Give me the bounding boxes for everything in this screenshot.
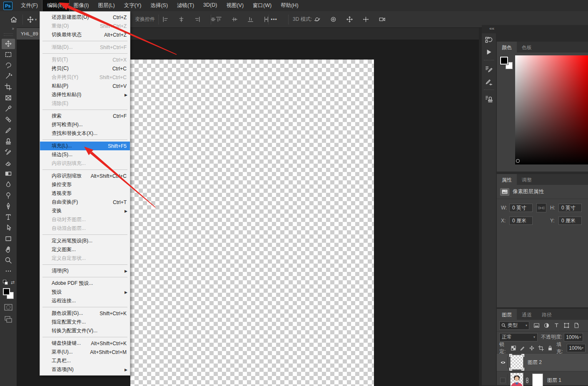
edit-menu-item[interactable]: 透视变形	[40, 189, 130, 198]
edit-menu-item[interactable]: 指定配置文件...	[40, 318, 130, 326]
actions-panel-button[interactable]	[482, 46, 496, 58]
edit-menu-item[interactable]: 描边(S)...	[40, 150, 130, 159]
menubar-item-l[interactable]: 图层(L)	[93, 0, 119, 11]
align-bottom-button[interactable]	[245, 15, 256, 25]
color-gradient-field[interactable]	[515, 55, 588, 164]
lock-move-button[interactable]	[529, 345, 535, 351]
align-top-button[interactable]	[213, 15, 224, 25]
3d-pan-button[interactable]	[344, 15, 355, 25]
quick-selection-tool-button[interactable]	[2, 71, 15, 82]
brush-settings-panel-button[interactable]	[482, 63, 496, 75]
screen-mode-icon[interactable]	[4, 316, 12, 323]
foreground-background-swatches[interactable]	[3, 288, 14, 299]
3d-camera-button[interactable]	[376, 15, 387, 25]
fill-field[interactable]: 100%▾	[567, 344, 586, 352]
layer-row[interactable]: 图层 2	[497, 354, 588, 371]
edit-menu-item[interactable]: 定义图案...	[40, 245, 130, 254]
pen-tool-button[interactable]	[2, 201, 15, 212]
lock-artboard-button[interactable]	[538, 345, 544, 351]
edit-menu-item[interactable]: 操控变形	[40, 180, 130, 189]
edit-menu-item[interactable]: 预设▶	[40, 288, 130, 296]
rectangle-tool-button[interactable]	[2, 234, 15, 244]
type-tool-button[interactable]	[2, 212, 15, 222]
lock-transparent-button[interactable]	[511, 345, 516, 351]
edit-menu-item[interactable]: 远程连接...	[40, 296, 130, 305]
swap-colors-icon[interactable]: ⇄	[11, 280, 15, 285]
align-right-button[interactable]	[192, 15, 202, 25]
type-filter-button[interactable]	[553, 322, 560, 329]
edit-menu-item[interactable]: 首选项(N)▶	[40, 365, 130, 374]
zoom-tool-button[interactable]	[2, 255, 15, 266]
healing-brush-tool-button[interactable]	[2, 115, 15, 125]
edit-menu-item[interactable]: 菜单(U)...Alt+Shift+Ctrl+M	[40, 348, 130, 356]
more-options-button[interactable]: •••	[269, 15, 279, 25]
edit-menu-item[interactable]: 定义画笔预设(B)...	[40, 237, 130, 245]
blend-mode-dropdown[interactable]: 正常 ▾	[499, 333, 538, 341]
3d-slide-button[interactable]	[360, 15, 371, 25]
edit-menu-item[interactable]: 键盘快捷键...Alt+Shift+Ctrl+K	[40, 339, 130, 348]
edit-menu-item[interactable]: 查找和替换文本(X)...	[40, 129, 130, 138]
shape-filter-button[interactable]	[563, 322, 570, 329]
menubar-item-f[interactable]: 文件(F)	[16, 0, 42, 11]
crop-tool-button[interactable]	[2, 82, 15, 92]
frame-tool-button[interactable]	[2, 93, 15, 103]
layers-tab[interactable]: 路径	[537, 309, 557, 320]
toolbar-grip[interactable]	[4, 33, 13, 36]
menubar-item-w[interactable]: 窗口(W)	[248, 0, 276, 11]
edit-menu-item[interactable]: 选择性粘贴(I)▶	[40, 90, 130, 99]
clone-source-panel-button[interactable]	[482, 92, 496, 105]
brushes-panel-button[interactable]	[482, 75, 496, 88]
move-tool-button[interactable]	[2, 39, 15, 49]
lasso-tool-button[interactable]	[2, 60, 15, 71]
x-field[interactable]: 0 厘米	[509, 217, 533, 225]
align-center-h-button[interactable]	[176, 15, 187, 25]
layer-mask-link-icon[interactable]	[525, 377, 530, 384]
more-tools-button[interactable]	[2, 266, 15, 276]
properties-tab[interactable]: 属性	[497, 174, 517, 185]
menubar-item-s[interactable]: 选择(S)	[146, 0, 172, 11]
panel-foreground-swatch[interactable]	[500, 57, 508, 65]
width-field[interactable]: 0 英寸	[509, 204, 533, 212]
marquee-tool-button[interactable]	[2, 50, 15, 60]
toolbar-collapse-icon[interactable]: »	[0, 25, 17, 32]
layer-row[interactable]: 图层 1	[497, 371, 588, 386]
edit-menu-item[interactable]: Adobe PDF 预设...	[40, 279, 130, 288]
clone-stamp-tool-button[interactable]	[2, 136, 15, 147]
layer-thumbnail[interactable]	[510, 373, 523, 386]
edit-menu-item[interactable]: 填充(L)...Shift+F5	[40, 142, 130, 150]
height-field[interactable]: 0 英寸	[558, 204, 582, 212]
history-brush-tool-button[interactable]	[2, 147, 15, 157]
default-colors-icon[interactable]: ⇄	[2, 280, 15, 286]
menubar-item-t[interactable]: 滤镜(T)	[172, 0, 199, 11]
color-picker-marker[interactable]	[516, 159, 520, 163]
align-middle-button[interactable]	[229, 15, 240, 25]
edit-menu-item[interactable]: 变换▶	[40, 207, 130, 215]
layers-tab[interactable]: 图层	[497, 309, 517, 320]
menubar-item-h[interactable]: 帮助(H)	[276, 0, 303, 11]
layer-name[interactable]: 图层 2	[528, 359, 542, 366]
blur-tool-button[interactable]	[2, 179, 15, 190]
history-panel-button[interactable]	[482, 33, 496, 46]
pixel-filter-button[interactable]	[533, 322, 540, 329]
home-icon[interactable]	[8, 15, 19, 25]
color-tab[interactable]: 颜色	[497, 42, 517, 52]
transform-controls-label[interactable]: 变换控件	[135, 16, 155, 23]
layer-name[interactable]: 图层 1	[547, 377, 561, 384]
path-select-tool-button[interactable]	[2, 223, 15, 233]
hand-tool-button[interactable]	[2, 244, 15, 255]
layer-visibility-empty[interactable]	[498, 374, 508, 386]
menubar-item-3dd[interactable]: 3D(D)	[199, 0, 222, 11]
menubar-item-y[interactable]: 文字(Y)	[120, 0, 146, 11]
adjustment-filter-button[interactable]	[543, 322, 550, 329]
edit-menu-item[interactable]: 搜索Ctrl+F	[40, 112, 130, 120]
3d-orbit-button[interactable]	[311, 15, 322, 25]
layer-mask-thumbnail[interactable]	[532, 374, 543, 386]
3d-roll-button[interactable]	[328, 15, 339, 25]
opacity-field[interactable]: 100%▾	[564, 333, 583, 341]
layer-filter-dropdown[interactable]: 类型 ▾	[499, 321, 529, 330]
collapse-panels-icon[interactable]: ««	[489, 26, 494, 31]
gradient-tool-button[interactable]	[2, 169, 15, 179]
color-tab[interactable]: 色板	[517, 42, 537, 52]
document-canvas-transparent[interactable]	[130, 60, 374, 386]
edit-menu-item[interactable]: 清理(R)▶	[40, 266, 130, 275]
